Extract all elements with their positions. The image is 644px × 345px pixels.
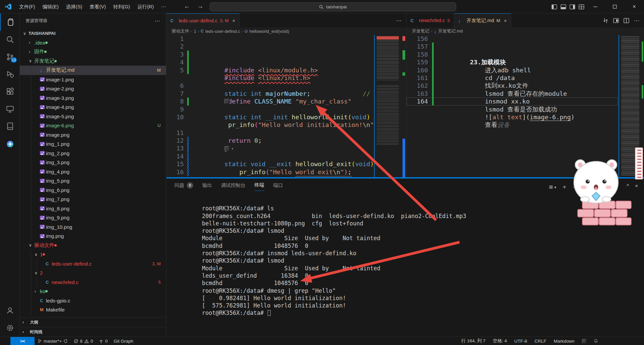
- ports-item[interactable]: 0: [96, 337, 111, 345]
- tree-item[interactable]: image-4.png: [20, 102, 166, 112]
- markdown-editor[interactable]: 156 23.加载模块 157 进入adb shell 158 cd /data…: [407, 35, 618, 177]
- git-branch-item[interactable]: master*+: [35, 337, 71, 345]
- tree-item[interactable]: img_7.png: [20, 195, 166, 204]
- nav-forward-icon[interactable]: →: [197, 3, 203, 10]
- tree-item[interactable]: image-6.png U: [20, 121, 166, 130]
- code-editor[interactable]: 1 ▾ #include <linux/module.h> 2 ▾ #inclu…: [166, 35, 374, 177]
- breadcrumb-folder[interactable]: 1: [194, 29, 196, 34]
- tab-kaifabiji[interactable]: 开发笔记.md M ×: [454, 13, 511, 27]
- tree-item[interactable]: › ko: [20, 287, 166, 296]
- language-mode-item[interactable]: Markdown: [551, 337, 578, 345]
- outline-section[interactable]: › 大纲: [20, 317, 166, 327]
- problems-item[interactable]: 8 0: [71, 337, 96, 345]
- tree-item[interactable]: img_10.png: [20, 222, 166, 232]
- more-actions-icon[interactable]: ⋯: [396, 17, 401, 24]
- breadcrumb-symbol[interactable]: helloworld_exit(void): [249, 29, 289, 34]
- minimap[interactable]: [374, 35, 401, 177]
- cursor-position-item[interactable]: 行 164, 列 7: [458, 337, 488, 345]
- tree-item[interactable]: img_5.png: [20, 176, 166, 186]
- nav-back-icon[interactable]: ←: [184, 3, 190, 10]
- close-tab-icon[interactable]: ×: [504, 18, 507, 23]
- tree-item[interactable]: leds-user-defind.c 3, M: [20, 259, 166, 269]
- tree-item[interactable]: img_2.png: [20, 149, 166, 158]
- panel-tab[interactable]: 问题 8: [174, 182, 193, 191]
- tree-item[interactable]: img_3.png: [20, 158, 166, 167]
- tree-item[interactable]: image-2.png: [20, 84, 166, 93]
- more-actions-icon[interactable]: ⋯: [155, 18, 160, 24]
- tree-item[interactable]: image-3.png: [20, 93, 166, 103]
- tree-item[interactable]: img.png: [20, 231, 166, 241]
- tab-newchrled[interactable]: newchrled.c 5: [407, 13, 454, 27]
- account-icon[interactable]: [0, 302, 20, 319]
- breadcrumb-file[interactable]: leds-user-defind.c: [205, 29, 240, 34]
- menu-item[interactable]: 文件(F): [15, 4, 39, 9]
- tree-item[interactable]: image.png: [20, 130, 166, 140]
- timeline-section[interactable]: › 时间线: [20, 327, 166, 337]
- tree-item[interactable]: image-5.png: [20, 112, 166, 121]
- docs-icon[interactable]: [0, 118, 20, 135]
- breadcrumb-folder[interactable]: 驱动文件: [172, 28, 189, 34]
- menu-item[interactable]: 选择(S): [62, 4, 86, 9]
- command-center-search[interactable]: taishanpai: [210, 2, 456, 11]
- split-editor-icon[interactable]: [624, 18, 629, 23]
- run-debug-icon[interactable]: [0, 66, 20, 83]
- breadcrumb-file[interactable]: 开发笔记.md: [438, 28, 463, 34]
- open-preview-icon[interactable]: [613, 18, 619, 23]
- tree-item[interactable]: Makefile: [20, 305, 166, 315]
- terminal-output[interactable]: root@RK356X:/data# ls 200frames_count.h2…: [174, 197, 466, 309]
- ai-status-item[interactable]: [579, 337, 589, 345]
- toggle-panel-icon[interactable]: [560, 4, 566, 9]
- explorer-icon[interactable]: [0, 13, 20, 31]
- menu-item[interactable]: ⋯: [158, 4, 170, 9]
- tab-leds-user-defind[interactable]: leds-user-defind.c 3, M ×: [166, 13, 239, 27]
- encoding-item[interactable]: UTF-8: [511, 337, 530, 345]
- close-window-button[interactable]: ×: [625, 0, 644, 13]
- ai-assistant-icon[interactable]: [0, 135, 20, 153]
- minimize-button[interactable]: ─: [586, 0, 605, 13]
- tree-item[interactable]: img_4.png: [20, 167, 166, 177]
- tree-item[interactable]: 开发笔记.md M: [20, 66, 166, 75]
- menu-item[interactable]: 转到(G): [110, 4, 134, 9]
- tree-item[interactable]: img_6.png: [20, 186, 166, 195]
- compare-changes-icon[interactable]: [603, 18, 608, 23]
- menu-item[interactable]: 运行(R): [133, 4, 157, 9]
- more-actions-icon[interactable]: ⋯: [573, 184, 577, 190]
- tree-item[interactable]: image-1.png: [20, 75, 166, 84]
- tree-item[interactable]: ∨ 2: [20, 268, 166, 278]
- tree-item[interactable]: › .idea: [20, 38, 166, 48]
- menu-item[interactable]: 编辑(E): [39, 4, 62, 9]
- panel-tab[interactable]: 端口: [273, 182, 283, 191]
- search-icon[interactable]: [0, 31, 20, 48]
- tree-item[interactable]: ∨ 1: [20, 250, 166, 259]
- panel-tab[interactable]: 输出: [202, 182, 212, 191]
- terminal-split-icon[interactable]: ⊞ ▾: [549, 184, 556, 190]
- maximize-button[interactable]: [605, 0, 625, 13]
- close-tab-icon[interactable]: ×: [232, 18, 235, 23]
- tree-item[interactable]: ∨ 驱动文件: [20, 241, 166, 250]
- tree-item[interactable]: img_1.png: [20, 139, 166, 149]
- tree-item[interactable]: newchrled.c 5: [20, 278, 166, 287]
- git-graph-item[interactable]: Git Graph: [111, 337, 137, 345]
- tree-item[interactable]: img_8.png: [20, 204, 166, 213]
- new-terminal-icon[interactable]: ＋: [561, 183, 567, 191]
- panel-tab[interactable]: 调试控制台: [221, 182, 246, 191]
- close-panel-icon[interactable]: ×: [635, 183, 638, 189]
- toggle-sidebar-icon[interactable]: [551, 4, 557, 9]
- tree-item[interactable]: ∨ 开发笔记: [20, 57, 166, 66]
- eol-item[interactable]: CRLF: [531, 337, 549, 345]
- tree-item[interactable]: › 固件: [20, 47, 166, 57]
- notifications-item[interactable]: [591, 337, 601, 345]
- breadcrumb-folder[interactable]: 开发笔记: [412, 28, 429, 34]
- tree-item[interactable]: leds-gpio.c: [20, 296, 166, 305]
- remote-explorer-icon[interactable]: [0, 100, 20, 118]
- menu-item[interactable]: 查看(V): [86, 4, 109, 9]
- source-control-icon[interactable]: 13: [0, 48, 20, 66]
- toggle-secondary-sidebar-icon[interactable]: [570, 4, 575, 9]
- indentation-item[interactable]: 空格: 4: [490, 337, 510, 345]
- tree-item[interactable]: ∨ TAISHANPAI: [20, 29, 166, 38]
- settings-gear-icon[interactable]: [0, 319, 20, 337]
- more-actions-icon[interactable]: ⋯: [634, 17, 639, 24]
- tree-item[interactable]: img_9.png: [20, 213, 166, 222]
- panel-tab[interactable]: 终端: [255, 182, 264, 191]
- maximize-panel-icon[interactable]: ^: [627, 183, 629, 189]
